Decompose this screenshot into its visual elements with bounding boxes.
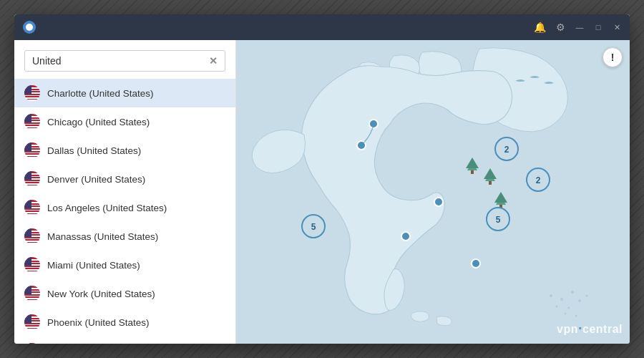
bell-icon[interactable]: 🔔 xyxy=(534,22,546,32)
titlebar-right: 🔔 ⚙ — □ ✕ xyxy=(534,22,621,32)
svg-text:5: 5 xyxy=(311,222,316,232)
svg-rect-6 xyxy=(489,181,492,185)
search-box: ✕ xyxy=(24,50,225,72)
svg-point-10 xyxy=(550,294,552,297)
server-item[interactable]: Los Angeles (United States) xyxy=(14,193,235,222)
flag-icon xyxy=(24,142,40,158)
svg-text:2: 2 xyxy=(536,175,541,185)
server-name: Miami (United States) xyxy=(47,260,140,271)
watermark-vpn: vpn xyxy=(557,323,578,335)
server-list: Charlotte (United States)Chicago (United… xyxy=(14,79,235,344)
cluster-2-ne[interactable]: 2 xyxy=(495,137,518,160)
search-container: ✕ xyxy=(14,40,235,79)
flag-icon xyxy=(24,171,40,187)
svg-point-12 xyxy=(571,291,574,294)
flag-icon xyxy=(24,314,40,330)
app-logo xyxy=(23,21,36,34)
flag-icon xyxy=(24,343,40,344)
server-item[interactable]: Miami (United States) xyxy=(14,251,235,279)
cluster-5-west[interactable]: 5 xyxy=(302,215,325,238)
server-name: Phoenix (United States) xyxy=(47,317,150,328)
close-button[interactable]: ✕ xyxy=(613,23,621,32)
server-item[interactable]: Charlotte (United States) xyxy=(14,79,235,107)
server-name: Charlotte (United States) xyxy=(47,88,154,99)
dot-marker[interactable] xyxy=(401,232,410,241)
sidebar: ✕ Charlotte (United States)Chicago (Unit… xyxy=(14,40,236,344)
dot-marker[interactable] xyxy=(472,259,480,268)
svg-point-13 xyxy=(556,306,558,308)
server-item[interactable]: Denver (United States) xyxy=(14,165,235,193)
flag-icon xyxy=(24,114,40,130)
server-item[interactable]: New York (United States) xyxy=(14,279,235,308)
svg-text:2: 2 xyxy=(504,145,509,155)
maximize-button[interactable]: □ xyxy=(594,23,602,32)
flag-icon xyxy=(24,85,40,101)
svg-point-18 xyxy=(575,315,577,317)
server-item[interactable]: Dallas (United States) xyxy=(14,136,235,165)
clear-search-button[interactable]: ✕ xyxy=(209,56,218,66)
server-name: Chicago (United States) xyxy=(47,117,150,127)
server-item[interactable]: Chicago (United States) xyxy=(14,107,235,136)
watermark-central: central xyxy=(582,323,623,335)
svg-point-17 xyxy=(565,313,567,315)
flag-icon xyxy=(24,286,40,301)
watermark: vpn·central xyxy=(557,320,623,337)
main-content: ✕ Charlotte (United States)Chicago (Unit… xyxy=(14,40,630,344)
server-name: Los Angeles (United States) xyxy=(47,203,167,213)
cluster-5-se[interactable]: 5 xyxy=(487,208,509,231)
server-name: New York (United States) xyxy=(47,289,155,299)
app-window: 🔔 ⚙ — □ ✕ ✕ Charlotte (United States)Chi… xyxy=(14,14,630,344)
svg-point-15 xyxy=(578,299,581,302)
server-name: Dallas (United States) xyxy=(47,145,141,156)
flag-icon xyxy=(24,257,40,273)
svg-point-14 xyxy=(568,307,570,309)
titlebar: 🔔 ⚙ — □ ✕ xyxy=(14,14,630,40)
settings-icon[interactable]: ⚙ xyxy=(556,22,565,32)
server-item[interactable]: Saint Louis (United States) xyxy=(14,337,235,344)
svg-text:5: 5 xyxy=(496,215,501,225)
dot-marker[interactable] xyxy=(434,198,443,206)
svg-point-11 xyxy=(560,298,563,301)
search-input[interactable] xyxy=(32,55,209,67)
server-name: Denver (United States) xyxy=(47,174,145,185)
map-area: 5 2 2 5 xyxy=(236,40,630,344)
cluster-2-east[interactable]: 2 xyxy=(527,168,550,191)
minimize-button[interactable]: — xyxy=(575,23,584,32)
server-item[interactable]: Manassas (United States) xyxy=(14,222,235,251)
flag-icon xyxy=(24,200,40,216)
svg-point-16 xyxy=(586,295,588,297)
info-button[interactable]: ! xyxy=(602,47,623,67)
titlebar-left xyxy=(23,21,42,34)
map-svg: 5 2 2 5 xyxy=(236,40,630,344)
svg-rect-3 xyxy=(471,170,474,174)
server-name: Manassas (United States) xyxy=(47,231,158,242)
server-item[interactable]: Phoenix (United States) xyxy=(14,308,235,337)
flag-icon xyxy=(24,228,40,244)
